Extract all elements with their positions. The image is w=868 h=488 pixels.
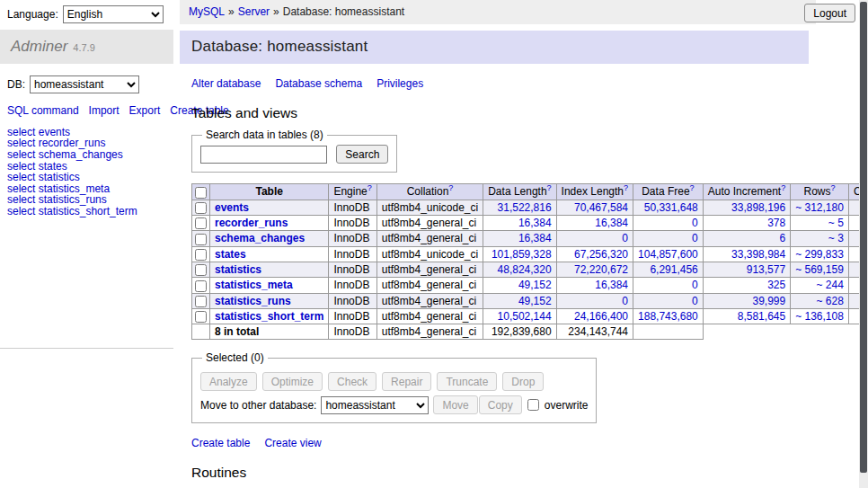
index-length-link[interactable]: 24,166,400 <box>574 310 628 323</box>
data-length-link[interactable]: 16,384 <box>518 217 552 229</box>
rows-link[interactable]: ~ 628 <box>817 295 844 307</box>
index-length-link[interactable]: 0 <box>622 295 628 307</box>
selected-button-repair[interactable]: Repair <box>382 372 431 391</box>
selected-button-truncate[interactable]: Truncate <box>437 372 497 391</box>
index-length-link[interactable]: 70,467,584 <box>574 201 628 214</box>
table-name-link-statistics-short-term[interactable]: statistics_short_term <box>215 310 323 323</box>
index-length-cell: 0 <box>556 231 633 246</box>
index-length-link[interactable]: 16,384 <box>595 279 628 291</box>
move-button-move[interactable]: Move <box>433 395 477 414</box>
auto-increment-cell: 33,398,984 <box>703 246 790 262</box>
row-checkbox-statistics-short-term[interactable] <box>195 311 207 323</box>
data-length-link[interactable]: 31,522,816 <box>498 201 552 214</box>
row-checkbox-schema-changes[interactable] <box>195 234 207 245</box>
row-checkbox-statistics[interactable] <box>195 264 207 276</box>
rows-link[interactable]: ~ 136,108 <box>795 310 844 323</box>
row-checkbox-statistics-meta[interactable] <box>195 280 207 292</box>
data-free-link[interactable]: 104,857,600 <box>638 248 698 261</box>
data-length-link[interactable]: 10,502,144 <box>498 310 552 323</box>
data-free-link[interactable]: 0 <box>692 295 698 307</box>
create-link-create-table[interactable]: Create table <box>191 437 250 449</box>
table-name-link-events[interactable]: events <box>215 201 249 214</box>
auto-increment-link[interactable]: 8,581,645 <box>738 310 785 323</box>
rows-link[interactable]: ~ 244 <box>817 279 844 291</box>
rows-link[interactable]: ~ 299,833 <box>795 248 844 261</box>
index-length-link[interactable]: 0 <box>622 232 628 244</box>
data-length-link[interactable]: 49,152 <box>518 279 552 291</box>
move-db-select[interactable]: homeassistant <box>321 396 429 414</box>
row-checkbox-states[interactable] <box>195 249 207 261</box>
help-link-collation[interactable]: ? <box>448 185 453 198</box>
sidebar-link-import[interactable]: Import <box>89 104 120 117</box>
auto-increment-link[interactable]: 33,898,196 <box>731 201 785 214</box>
breadcrumb-server-link[interactable]: Server <box>238 5 270 18</box>
data-length-link[interactable]: 49,152 <box>518 295 552 307</box>
language-select[interactable]: English <box>63 5 164 23</box>
help-sup: ? <box>448 183 453 192</box>
rows-link[interactable]: ~ 569,159 <box>795 263 844 276</box>
sidebar-table-link-statistics-short-term[interactable]: statistics_short_term <box>39 205 137 217</box>
data-length-link[interactable]: 101,859,328 <box>492 248 552 261</box>
sidebar-select-link-statistics-short-term[interactable]: select <box>7 205 35 217</box>
breadcrumb-mysql-link[interactable]: MySQL <box>189 5 225 18</box>
auto-increment-link[interactable]: 33,398,984 <box>731 248 785 261</box>
data-free-link[interactable]: 6,291,456 <box>650 263 697 276</box>
data-free-link[interactable]: 188,743,680 <box>638 310 698 323</box>
data-length-cell: 16,384 <box>483 231 556 246</box>
tables-table: TableEngine?Collation?Data Length?Index … <box>191 183 868 340</box>
help-link-data-length[interactable]: ? <box>547 185 552 198</box>
scrollbar[interactable] <box>859 0 868 488</box>
sidebar-link-sql-command[interactable]: SQL command <box>7 104 79 117</box>
selected-button-drop[interactable]: Drop <box>502 372 544 391</box>
index-length-link[interactable]: 72,220,672 <box>574 263 628 276</box>
table-name-link-statistics-meta[interactable]: statistics_meta <box>215 279 293 291</box>
row-checkbox-statistics-runs[interactable] <box>195 296 207 307</box>
rows-link[interactable]: ~ 3 <box>828 232 844 244</box>
rows-link[interactable]: ~ 312,180 <box>795 201 844 214</box>
help-link-engine[interactable]: ? <box>368 185 372 198</box>
row-checkbox-recorder-runs[interactable] <box>195 217 207 229</box>
db-select[interactable]: homeassistant <box>30 75 139 93</box>
data-free-link[interactable]: 0 <box>692 217 698 229</box>
data-free-link[interactable]: 50,331,648 <box>644 201 698 214</box>
auto-increment-link[interactable]: 913,577 <box>747 263 785 276</box>
table-name-link-states[interactable]: states <box>215 248 246 261</box>
help-link-index-length[interactable]: ? <box>624 185 628 198</box>
auto-increment-link[interactable]: 378 <box>767 217 785 229</box>
db-link-alter-database[interactable]: Alter database <box>191 77 261 90</box>
table-name-link-statistics-runs[interactable]: statistics_runs <box>215 295 291 307</box>
data-length-link[interactable]: 48,824,320 <box>498 263 552 276</box>
table-name-link-statistics[interactable]: statistics <box>215 263 261 276</box>
table-name-link-recorder-runs[interactable]: recorder_runs <box>215 217 288 229</box>
index-length-link[interactable]: 67,256,320 <box>574 248 628 261</box>
table-name-link-schema-changes[interactable]: schema_changes <box>215 232 305 244</box>
selected-button-check[interactable]: Check <box>328 372 376 391</box>
data-free-link[interactable]: 0 <box>692 279 698 291</box>
rows-link[interactable]: ~ 5 <box>828 217 844 229</box>
move-button-copy[interactable]: Copy <box>479 395 522 414</box>
sidebar-link-export[interactable]: Export <box>129 104 161 117</box>
search-button[interactable]: Search <box>336 145 388 164</box>
help-link-data-free[interactable]: ? <box>690 185 695 198</box>
overwrite-label[interactable]: overwrite <box>545 399 589 412</box>
selected-button-analyze[interactable]: Analyze <box>200 372 257 391</box>
auto-increment-link[interactable]: 325 <box>767 279 785 291</box>
index-length-link[interactable]: 16,384 <box>595 217 628 229</box>
search-input[interactable] <box>200 146 327 164</box>
overwrite-checkbox[interactable] <box>527 399 539 411</box>
row-checkbox-events[interactable] <box>195 202 207 214</box>
help-link-auto-increment[interactable]: ? <box>781 185 785 198</box>
select-all-checkbox[interactable] <box>195 187 207 199</box>
auto-increment-link[interactable]: 6 <box>779 232 785 244</box>
selected-button-optimize[interactable]: Optimize <box>262 372 323 391</box>
data-length-link[interactable]: 16,384 <box>518 232 552 244</box>
auto-increment-link[interactable]: 39,999 <box>752 295 785 307</box>
help-link-rows[interactable]: ? <box>831 185 836 198</box>
db-link-database-schema[interactable]: Database schema <box>275 77 362 90</box>
logout-button[interactable]: Logout <box>804 4 855 22</box>
scrollbar-thumb[interactable] <box>860 2 867 473</box>
db-link-privileges[interactable]: Privileges <box>376 77 423 90</box>
create-link-create-view[interactable]: Create view <box>264 437 321 449</box>
data-free-link[interactable]: 0 <box>692 232 698 244</box>
brand-version-link[interactable]: 4.7.9 <box>73 42 94 53</box>
